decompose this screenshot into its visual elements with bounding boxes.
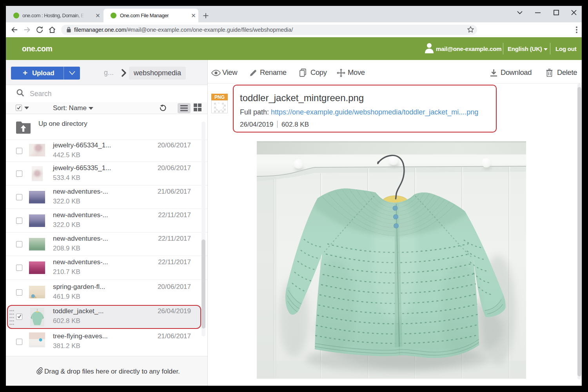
svg-text:PNG: PNG xyxy=(214,94,225,100)
